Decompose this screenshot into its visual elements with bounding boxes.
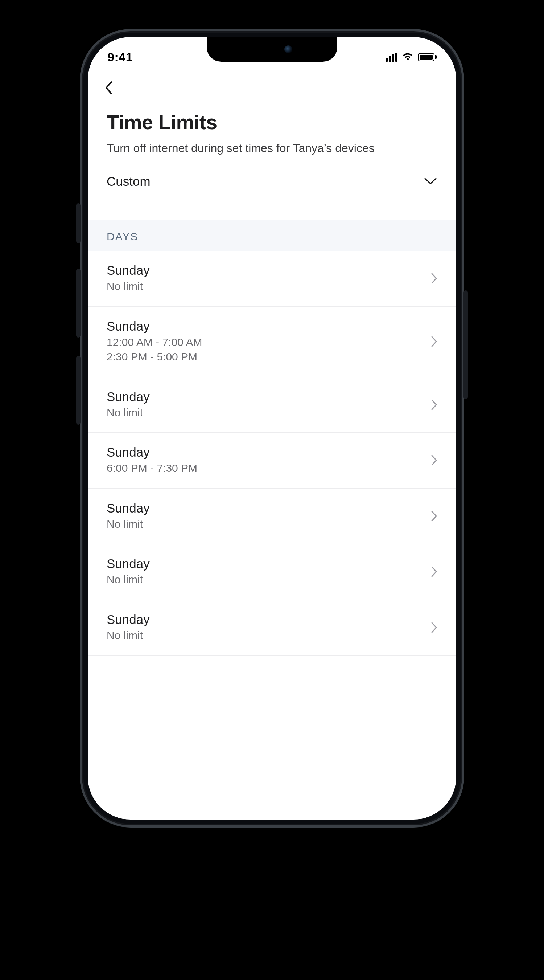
day-row-text: SundayNo limit <box>106 390 150 420</box>
day-detail: No limit <box>106 573 150 587</box>
chevron-down-icon <box>423 177 438 186</box>
page-subtitle: Turn off internet during set times for T… <box>106 140 382 156</box>
page-header: Time Limits Turn off internet during set… <box>88 100 456 156</box>
cellular-signal-icon <box>385 52 398 62</box>
nav-row <box>88 70 456 100</box>
day-name: Sunday <box>106 501 150 515</box>
day-detail: No limit <box>106 628 150 643</box>
status-time: 9:41 <box>107 50 133 64</box>
status-indicators <box>385 52 437 62</box>
day-row[interactable]: SundayNo limit <box>88 488 456 544</box>
day-name: Sunday <box>106 263 150 278</box>
side-button <box>76 269 81 337</box>
chevron-right-icon <box>431 566 438 578</box>
day-row-text: Sunday6:00 PM - 7:30 PM <box>106 445 197 476</box>
day-row-text: SundayNo limit <box>106 501 150 532</box>
day-detail: No limit <box>106 279 150 294</box>
chevron-right-icon <box>431 622 438 633</box>
day-row-text: SundayNo limit <box>106 557 150 587</box>
day-name: Sunday <box>106 445 197 460</box>
day-name: Sunday <box>106 557 150 571</box>
chevron-right-icon <box>431 455 438 466</box>
back-button[interactable] <box>104 80 120 96</box>
day-name: Sunday <box>106 612 150 627</box>
day-name: Sunday <box>106 390 150 404</box>
side-button <box>76 356 81 425</box>
battery-icon <box>418 53 437 61</box>
side-button <box>463 290 468 399</box>
day-row[interactable]: SundayNo limit <box>88 377 456 433</box>
day-list: SundayNo limitSunday12:00 AM - 7:00 AM 2… <box>88 251 456 655</box>
days-section-label: DAYS <box>106 231 438 243</box>
day-row[interactable]: SundayNo limit <box>88 251 456 307</box>
day-detail: 12:00 AM - 7:00 AM 2:30 PM - 5:00 PM <box>106 335 202 364</box>
day-name: Sunday <box>106 319 202 334</box>
notch <box>207 37 337 62</box>
day-detail: No limit <box>106 406 150 420</box>
screen: 9:41 Time Limits Turn <box>88 37 456 819</box>
preset-dropdown[interactable]: Custom <box>106 174 438 194</box>
day-row-text: SundayNo limit <box>106 612 150 643</box>
day-row[interactable]: Sunday12:00 AM - 7:00 AM 2:30 PM - 5:00 … <box>88 307 456 377</box>
days-section-header: DAYS <box>88 220 456 251</box>
day-row[interactable]: SundayNo limit <box>88 600 456 656</box>
day-row[interactable]: SundayNo limit <box>88 544 456 600</box>
front-camera-icon <box>284 45 292 53</box>
wifi-icon <box>402 52 414 61</box>
page-title: Time Limits <box>106 110 438 134</box>
chevron-right-icon <box>431 510 438 522</box>
chevron-left-icon <box>104 81 114 95</box>
chevron-right-icon <box>431 336 438 347</box>
day-row[interactable]: Sunday6:00 PM - 7:30 PM <box>88 433 456 488</box>
phone-frame: 9:41 Time Limits Turn <box>80 29 464 827</box>
side-button <box>76 203 81 243</box>
day-detail: No limit <box>106 517 150 532</box>
chevron-right-icon <box>431 399 438 410</box>
chevron-right-icon <box>431 273 438 284</box>
day-row-text: SundayNo limit <box>106 263 150 294</box>
preset-dropdown-label: Custom <box>106 174 151 189</box>
day-row-text: Sunday12:00 AM - 7:00 AM 2:30 PM - 5:00 … <box>106 319 202 364</box>
day-detail: 6:00 PM - 7:30 PM <box>106 461 197 476</box>
